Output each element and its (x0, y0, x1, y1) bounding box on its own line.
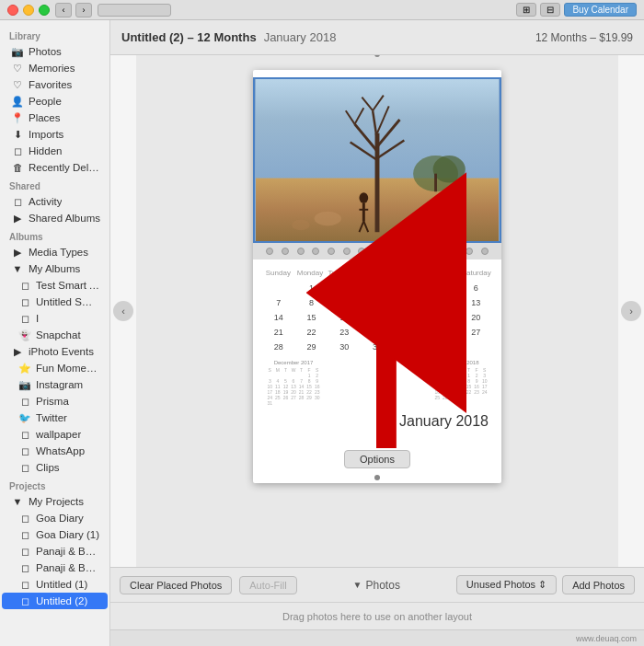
cal-cell: 9 (328, 295, 361, 310)
media-types-icon: ▶ (11, 246, 24, 259)
sidebar-item-favorites[interactable]: ♡ Favorites (2, 76, 108, 93)
binding-hole (328, 248, 335, 255)
binding-hole (481, 248, 489, 255)
sidebar-item-untitled-2[interactable]: ◻ Untitled (2) (2, 593, 108, 609)
sidebar-item-label: Untitled Sma... (36, 296, 100, 307)
sidebar-item-recently-deleted[interactable]: 🗑 Recently Deleted (2, 159, 108, 176)
calendar-row-1: 1 2 3 4 5 6 (262, 281, 492, 295)
buy-calendar-button[interactable]: Buy Calendar (564, 3, 637, 17)
add-photos-button[interactable]: Add Photos (562, 575, 635, 594)
options-button[interactable]: Options (344, 450, 410, 468)
binding-hole (343, 248, 351, 255)
sidebar-item-label: Snapchat (36, 329, 81, 340)
sidebar-item-places[interactable]: 📍 Places (2, 110, 108, 126)
calendar-page: Sunday Monday Tuesday Wednesday Thursday… (253, 70, 501, 483)
untitled-1-icon: ◻ (18, 578, 31, 591)
cal-cell: 20 (459, 310, 492, 325)
sidebar-item-label: iPhoto Events (29, 346, 94, 357)
sidebar: Library 📷 Photos ♡ Memories ♡ Favorites … (0, 20, 110, 646)
people-icon: 👤 (11, 95, 24, 108)
topbar-price: 12 Months – $19.99 (535, 31, 633, 44)
sidebar-item-panaji-bard[interactable]: ◻ Panaji & Bard... (2, 543, 108, 559)
binding-hole (358, 248, 365, 255)
sidebar-item-my-albums[interactable]: ▼ My Albums (2, 260, 108, 277)
forward-button[interactable]: › (75, 3, 92, 17)
sidebar-toggle-button[interactable]: ⊟ (540, 3, 560, 17)
sidebar-item-clips[interactable]: ◻ Clips (2, 459, 108, 476)
cal-cell: 29 (295, 340, 328, 354)
sidebar-item-i[interactable]: ◻ I (2, 310, 108, 327)
sidebar-item-fun-moments[interactable]: ⭐ Fun Moments (2, 360, 108, 376)
sidebar-item-photos[interactable]: 📷 Photos (2, 43, 108, 60)
untitled-sma-icon: ◻ (18, 295, 31, 308)
sidebar-item-prisma[interactable]: ◻ Prisma (2, 393, 108, 410)
sidebar-item-label: Memories (29, 63, 75, 74)
mini-prev-grid: SMTWTFS 12 3456789 10111213141516 171819… (266, 367, 321, 406)
binding-hole-bottom (374, 475, 380, 480)
sidebar-item-iphoto-events[interactable]: ▶ iPhoto Events (2, 343, 108, 360)
sidebar-item-whatsapp[interactable]: ◻ WhatsApp (2, 443, 108, 459)
bottom-right-buttons: Unused Photos ⇕ Add Photos (456, 575, 635, 594)
close-button[interactable] (7, 5, 18, 16)
photos-dropdown-icon: ▼ (353, 580, 362, 590)
sidebar-item-shared-albums[interactable]: ▶ Shared Albums (2, 210, 108, 226)
sidebar-item-my-projects[interactable]: ▼ My Projects (2, 493, 108, 510)
sidebar-item-twitter[interactable]: 🐦 Twitter (2, 410, 108, 426)
sidebar-item-memories[interactable]: ♡ Memories (2, 60, 108, 76)
cal-cell: 23 (328, 325, 361, 340)
sidebar-item-untitled-1[interactable]: ◻ Untitled (1) (2, 576, 108, 593)
sidebar-item-label: Places (29, 112, 61, 123)
auto-fill-button[interactable]: Auto-Fill (239, 576, 296, 594)
clear-placed-photos-button[interactable]: Clear Placed Photos (120, 576, 232, 594)
binding-hole (374, 248, 381, 255)
cal-cell: 5 (427, 281, 460, 295)
calendar-photo[interactable] (253, 77, 501, 243)
grid-view-button[interactable]: ⊞ (516, 3, 536, 17)
sidebar-item-label: Recently Deleted (29, 162, 100, 173)
left-arrow-icon: ‹ (113, 301, 133, 321)
cal-cell: 24 (361, 325, 394, 340)
test-smart-icon: ◻ (18, 279, 31, 292)
sidebar-item-label: My Projects (29, 496, 84, 507)
sidebar-item-goa-diary[interactable]: ◻ Goa Diary (2, 510, 108, 526)
next-page-button[interactable]: › (618, 55, 644, 567)
goa-diary-icon: ◻ (18, 512, 31, 525)
sidebar-item-media-types[interactable]: ▶ Media Types (2, 244, 108, 260)
snapchat-icon: 👻 (18, 329, 31, 341)
back-button[interactable]: ‹ (55, 3, 72, 17)
projects-section-label: Projects (0, 476, 109, 493)
sidebar-item-untitled[interactable]: ◻ Panaji & Bard... (2, 559, 108, 576)
calendar-scroll[interactable]: Sunday Monday Tuesday Wednesday Thursday… (136, 55, 618, 567)
mini-prev-label: December 2017 (266, 360, 321, 365)
sidebar-item-label: Fun Moments (36, 363, 100, 374)
unused-photos-button[interactable]: Unused Photos ⇕ (456, 575, 557, 594)
cal-cell: 2 (328, 281, 361, 295)
sidebar-item-instagram[interactable]: 📷 Instagram (2, 376, 108, 393)
binding-hole (466, 248, 473, 255)
shared-section-label: Shared (0, 176, 109, 193)
imports-icon: ⬇ (11, 128, 24, 141)
minimize-button[interactable] (23, 5, 34, 16)
iphoto-events-icon: ▶ (11, 345, 24, 358)
whatsapp-icon: ◻ (18, 444, 31, 457)
sidebar-item-goa-diary-1[interactable]: ◻ Goa Diary (1) (2, 526, 108, 543)
sidebar-item-untitled-sma[interactable]: ◻ Untitled Sma... (2, 294, 108, 310)
svg-point-19 (433, 156, 466, 182)
calendar-row-4: 21 22 23 24 25 26 27 (262, 325, 492, 340)
sidebar-item-imports[interactable]: ⬇ Imports (2, 126, 108, 143)
cal-cell (262, 281, 295, 295)
sidebar-item-wallpaper[interactable]: ◻ wallpaper (2, 426, 108, 443)
maximize-button[interactable] (39, 5, 50, 16)
clips-icon: ◻ (18, 461, 31, 474)
sidebar-item-test-smart[interactable]: ◻ Test Smart A... (2, 277, 108, 294)
day-header-mon: Monday (294, 267, 327, 279)
sidebar-item-activity[interactable]: ◻ Activity (2, 193, 108, 210)
sidebar-item-hidden[interactable]: ◻ Hidden (2, 143, 108, 159)
day-header-thu: Thursday (397, 267, 429, 279)
cal-cell (459, 340, 492, 354)
prev-page-button[interactable]: ‹ (110, 55, 136, 567)
sidebar-item-people[interactable]: 👤 People (2, 93, 108, 110)
cal-cell: 4 (394, 281, 427, 295)
sidebar-item-snapchat[interactable]: 👻 Snapchat (2, 327, 108, 343)
binding-hole (389, 248, 397, 255)
